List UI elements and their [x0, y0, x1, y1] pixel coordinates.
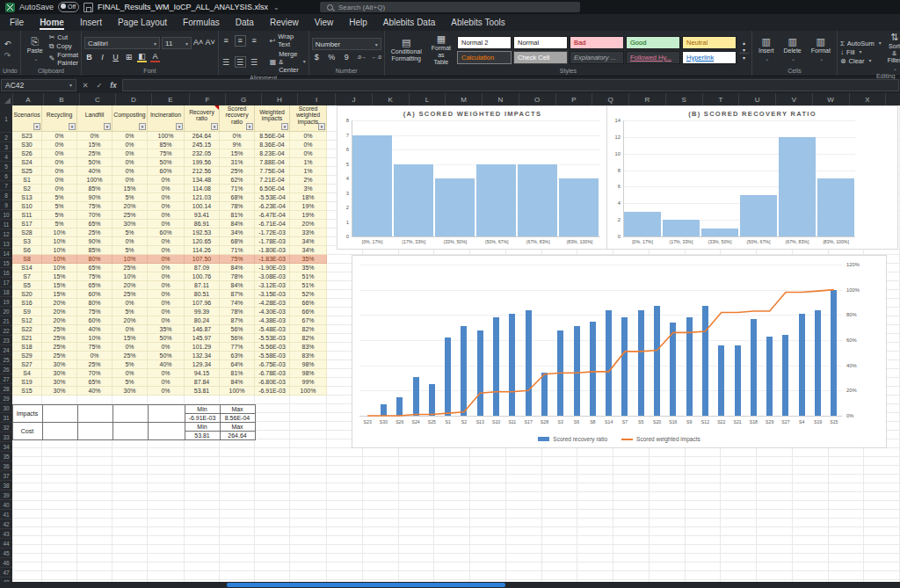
cell[interactable]: 30%	[42, 360, 77, 369]
cell[interactable]: 60%	[148, 229, 185, 237]
cell[interactable]: -1.80E-03	[255, 246, 290, 255]
column-header-R[interactable]: R	[629, 93, 666, 105]
cell[interactable]: 40%	[77, 325, 112, 334]
cell[interactable]: 0%	[148, 246, 185, 255]
cell[interactable]: 25%	[220, 167, 255, 176]
align-center-icon[interactable]: ☰	[235, 56, 246, 68]
cell[interactable]: 10%	[112, 255, 148, 264]
select-all-corner[interactable]	[0, 93, 13, 105]
row-header-39[interactable]: 39	[0, 490, 12, 500]
summary-empty-cell[interactable]	[77, 422, 113, 440]
cell[interactable]: 0%	[112, 141, 148, 149]
cell[interactable]: 66%	[290, 308, 327, 316]
cell[interactable]: 0%	[112, 176, 148, 185]
column-header-D[interactable]: D	[116, 93, 152, 105]
cell[interactable]: 83%	[290, 343, 327, 352]
row-header-21[interactable]: 21	[0, 316, 12, 326]
cell[interactable]: 74%	[220, 299, 255, 308]
cell[interactable]: 100%	[77, 176, 112, 185]
cell[interactable]: 0%	[112, 325, 148, 334]
row-header-24[interactable]: 24	[0, 345, 12, 355]
cell[interactable]: 19%	[290, 202, 327, 211]
column-header-Q[interactable]: Q	[592, 93, 629, 105]
row-header-20[interactable]: 20	[0, 307, 12, 316]
cell[interactable]: 86.91	[185, 220, 220, 229]
cell[interactable]: 0%	[148, 299, 185, 308]
cell[interactable]: 15%	[42, 272, 77, 281]
cell[interactable]: S19	[12, 378, 42, 387]
cell[interactable]: 80%	[77, 255, 112, 264]
tab-ablebits-tools[interactable]: Ablebits Tools	[443, 14, 513, 31]
cell[interactable]: S14	[12, 264, 42, 272]
cell[interactable]: 56%	[220, 334, 255, 343]
cell[interactable]: -6.80E-03	[255, 378, 290, 387]
cell[interactable]: 10%	[42, 246, 77, 255]
formula-input[interactable]	[122, 79, 899, 91]
row-header-34[interactable]: 34	[0, 442, 12, 452]
cell[interactable]: -1.90E-03	[255, 264, 290, 272]
filter-dropdown-icon[interactable]: ▾	[33, 123, 40, 130]
cell[interactable]: 50%	[148, 334, 185, 343]
cell[interactable]: 0%	[42, 167, 77, 176]
column-header-H[interactable]: H	[262, 93, 298, 105]
cell[interactable]: 7.21E-04	[255, 176, 290, 185]
cell[interactable]: -6.75E-03	[255, 360, 290, 369]
row-header-4[interactable]: 4	[0, 152, 12, 162]
tab-view[interactable]: View	[307, 14, 342, 31]
cell[interactable]: 60%	[77, 316, 112, 325]
column-header-G[interactable]: G	[226, 93, 262, 105]
summary-impacts-label[interactable]: Impacts	[12, 404, 43, 423]
style-chip-neutral[interactable]: Neutral	[682, 36, 737, 49]
cell[interactable]: 75%	[77, 272, 112, 281]
cell[interactable]: S2	[12, 185, 42, 193]
column-header-A[interactable]: A	[13, 93, 44, 105]
cell[interactable]: 5%	[42, 220, 77, 229]
cell[interactable]: 232.05	[185, 149, 220, 158]
cell[interactable]: 0%	[148, 281, 185, 290]
cell[interactable]: 40%	[77, 387, 112, 396]
cell[interactable]: 31%	[220, 158, 255, 167]
column-header-M[interactable]: M	[446, 93, 483, 105]
cell[interactable]: 34%	[290, 237, 327, 246]
cell[interactable]: 146.87	[185, 325, 220, 334]
cell[interactable]: S1	[12, 176, 42, 185]
cell[interactable]: 25%	[112, 352, 148, 360]
fill-button[interactable]: ↓Fill▾	[840, 48, 882, 56]
row-header-2[interactable]: 2	[0, 133, 12, 142]
cell[interactable]: 25%	[77, 149, 112, 158]
cell[interactable]: -3.12E-03	[255, 281, 290, 290]
cell[interactable]: 5%	[112, 193, 148, 202]
cell[interactable]: 0%	[290, 141, 327, 149]
cell[interactable]: 40%	[148, 360, 185, 369]
cell[interactable]: 0%	[112, 237, 148, 246]
cell[interactable]: 6.50E-04	[255, 185, 290, 193]
tab-file[interactable]: File	[2, 14, 32, 31]
cell[interactable]: 9%	[220, 141, 255, 149]
borders-button[interactable]: ⊞	[124, 52, 134, 62]
format-cells-button[interactable]: ▥Format⌄	[808, 37, 834, 62]
row-header-25[interactable]: 25	[0, 355, 12, 365]
cell[interactable]: 0%	[42, 141, 77, 149]
cell[interactable]: 65%	[77, 264, 112, 272]
cell[interactable]: 20%	[112, 281, 148, 290]
cell[interactable]: 20%	[42, 299, 77, 308]
cell[interactable]: 15%	[112, 185, 148, 193]
cell[interactable]: 18%	[290, 193, 327, 202]
cell[interactable]: 0%	[148, 220, 185, 229]
row-header-17[interactable]: 17	[0, 278, 12, 287]
style-chip-checkcell[interactable]: Check Cell	[513, 51, 568, 64]
copy-button[interactable]: ⧉Copy	[49, 42, 78, 50]
cell[interactable]: 20%	[42, 308, 77, 316]
filter-dropdown-icon[interactable]: ▾	[104, 123, 111, 130]
cell[interactable]: 78%	[220, 308, 255, 316]
cell[interactable]: 25%	[42, 343, 77, 352]
cell[interactable]: 0%	[148, 202, 185, 211]
cell[interactable]: 52%	[290, 290, 327, 299]
sort-filter-button[interactable]: ⇅Sort &Filter⌄	[884, 33, 900, 72]
row-header-7[interactable]: 7	[0, 181, 12, 191]
cell[interactable]: -6.78E-03	[255, 369, 290, 378]
cell[interactable]: 87%	[220, 316, 255, 325]
cell[interactable]: 30%	[42, 378, 77, 387]
cell[interactable]: 5%	[42, 193, 77, 202]
cell[interactable]: 10%	[42, 237, 77, 246]
